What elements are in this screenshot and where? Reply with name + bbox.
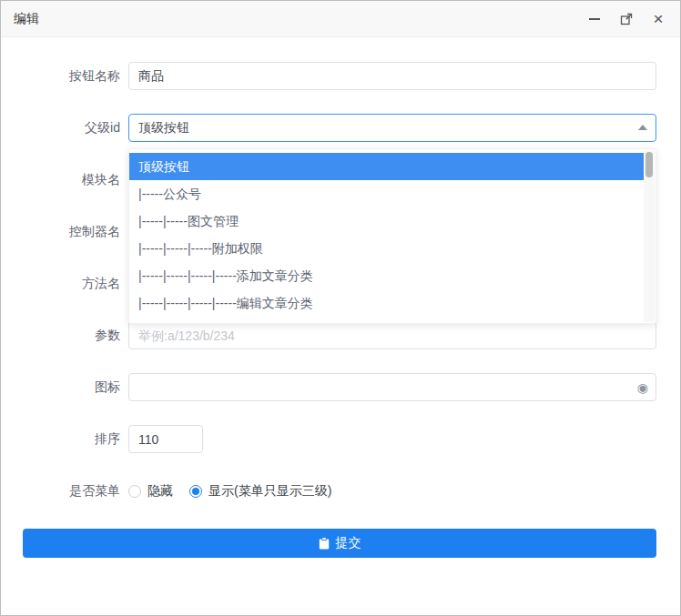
parent-id-select[interactable]: 顶级按钮 [128, 114, 656, 142]
radio-hide[interactable]: 隐藏 [128, 483, 173, 500]
dropdown-option[interactable]: |-----|-----|-----附加权限 [129, 235, 644, 262]
params-input[interactable] [128, 321, 656, 349]
dropdown-option[interactable]: |-----|-----图文管理 [129, 207, 644, 235]
chevron-up-icon [638, 125, 647, 130]
minimize-icon[interactable] [587, 12, 602, 26]
button-name-label: 按钮名称 [23, 68, 128, 85]
icon-picker-target-icon[interactable]: ◉ [637, 381, 648, 394]
dialog-title: 编辑 [14, 11, 587, 27]
form-row-submit: 提交 [23, 529, 656, 558]
parent-id-selected-value: 顶级按钮 [138, 120, 189, 136]
edit-dialog-window: 编辑 × 按钮名称 父级id [0, 0, 681, 616]
params-label: 参数 [23, 328, 128, 344]
sort-label: 排序 [23, 431, 128, 448]
icon-input[interactable] [128, 373, 656, 401]
radio-checked-icon [189, 485, 202, 498]
edit-form: 按钮名称 父级id 顶级按钮 顶级按钮 |-----公众号 |-----|---… [1, 37, 680, 558]
maximize-icon[interactable] [619, 12, 634, 26]
clipboard-icon [319, 538, 330, 550]
submit-button[interactable]: 提交 [23, 529, 656, 558]
is-menu-label: 是否菜单 [23, 483, 128, 500]
form-row-icon: 图标 ◉ [23, 373, 656, 401]
form-row-sort: 排序 [23, 425, 656, 453]
sort-input[interactable] [128, 425, 203, 453]
submit-button-label: 提交 [336, 535, 361, 551]
window-controls: × [587, 12, 666, 26]
form-row-button-name: 按钮名称 [23, 62, 656, 90]
button-name-input[interactable] [128, 62, 656, 90]
titlebar: 编辑 × [1, 1, 680, 37]
icon-label: 图标 [23, 379, 128, 396]
radio-show-label: 显示(菜单只显示三级) [208, 483, 331, 500]
dropdown-option[interactable]: |-----公众号 [129, 180, 644, 207]
dropdown-option[interactable]: |-----|-----|-----|-----添加文章分类 [129, 262, 644, 289]
dropdown-option[interactable]: 顶级按钮 [129, 153, 644, 180]
radio-hide-label: 隐藏 [147, 483, 173, 500]
dropdown-scrollbar[interactable] [644, 150, 655, 322]
radio-show[interactable]: 显示(菜单只显示三级) [189, 483, 331, 500]
form-row-parent-id: 父级id 顶级按钮 顶级按钮 |-----公众号 |-----|-----图文管… [23, 114, 656, 142]
dropdown-scrollbar-thumb[interactable] [645, 152, 653, 177]
module-name-label: 模块名 [23, 172, 128, 188]
method-name-label: 方法名 [23, 276, 128, 292]
close-icon[interactable]: × [651, 12, 666, 26]
controller-name-label: 控制器名 [23, 224, 128, 240]
form-row-is-menu: 是否菜单 隐藏 显示(菜单只显示三级) [23, 477, 656, 505]
form-row-params: 参数 [23, 321, 656, 349]
radio-unchecked-icon [128, 485, 141, 498]
is-menu-radio-group: 隐藏 显示(菜单只显示三级) [128, 477, 656, 505]
parent-id-dropdown-panel: 顶级按钮 |-----公众号 |-----|-----图文管理 |-----|-… [128, 148, 656, 324]
parent-id-label: 父级id [23, 120, 128, 136]
dropdown-option[interactable]: |-----|-----|-----|-----编辑文章分类 [129, 289, 644, 317]
